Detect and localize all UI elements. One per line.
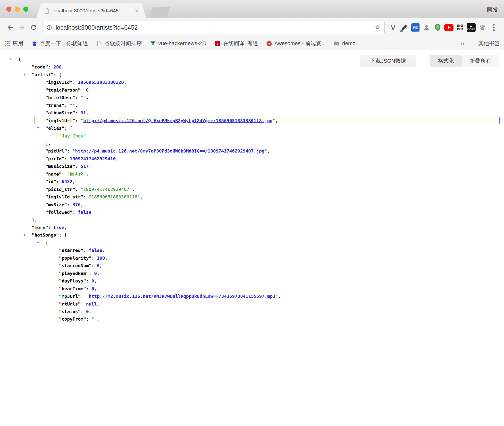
json-line: "status": 0, — [0, 308, 504, 315]
qr-code-icon[interactable] — [454, 22, 466, 33]
json-line: "topicPerson": 0, — [0, 86, 504, 94]
json-line: "mvSize": 376, — [0, 201, 504, 208]
json-line: "img1v1Id_str": "18569651883380118", — [0, 193, 504, 201]
bookmarks-overflow-chevron[interactable]: » — [461, 40, 464, 47]
collapse-toggle-icon[interactable]: ▼ — [37, 239, 39, 247]
v-extension-icon[interactable]: V — [387, 22, 399, 33]
music-player-icon[interactable]: ▶PLAYER — [466, 22, 477, 33]
json-url-link[interactable]: http://m2.music.126.net/RMJR7wDullRqppBk… — [89, 294, 276, 299]
json-line: "mp3Url": "http://m2.music.126.net/RMJR7… — [0, 292, 504, 300]
user-silhouette-icon[interactable] — [421, 22, 432, 33]
json-line: ▼"hotSongs": [ — [0, 231, 504, 239]
json-line: "rtUrls": null, — [0, 300, 504, 308]
collapse-toggle-icon[interactable]: ▼ — [24, 71, 25, 78]
page-favicon-icon — [44, 8, 50, 14]
json-line: "img1v1Url": "http://p4.music.126.net/Q_… — [34, 117, 500, 124]
youtube-icon[interactable] — [443, 22, 454, 33]
site-info-icon[interactable] — [46, 25, 52, 30]
json-line: "trans": "", — [0, 102, 504, 109]
reload-button[interactable] — [28, 22, 39, 33]
json-line: ▼{ — [0, 56, 504, 63]
bookmark-item[interactable]: 应用 — [4, 40, 23, 47]
json-line: "picId": 19097417462929410, — [0, 155, 504, 162]
json-line: "albumSize": 31, — [0, 109, 504, 117]
vue-logo-icon — [150, 41, 156, 46]
url-text: localhost:3000/artists?id=6452 — [56, 24, 375, 31]
toolbar: localhost:3000/artists?id=6452 VenFE▶PLA… — [0, 18, 504, 37]
json-line: ], — [0, 140, 504, 147]
tab-close-icon[interactable]: × — [135, 8, 139, 14]
apps-grid-icon — [4, 41, 10, 46]
json-line: ▼"artist": { — [0, 71, 504, 78]
json-line: "Jay Chou" — [0, 132, 504, 140]
json-line: "img1v1Id": 18569651883380120, — [0, 78, 504, 86]
bookmark-item[interactable]: 百度一下，你就知道 — [32, 40, 88, 47]
document-icon — [96, 41, 102, 46]
json-line: "hearTime": 0, — [0, 285, 504, 292]
page-content: 下载JSON数据 格式化 折叠所有 ▼{"code": 200,▼"artist… — [0, 50, 504, 426]
bookmark-star-icon[interactable] — [375, 25, 380, 30]
bookmark-item[interactable]: AAwesomes - 前端资... — [266, 40, 326, 47]
json-line: "id": 6452, — [0, 178, 504, 185]
json-url-link[interactable]: http://p4.music.126.net/Q_ExePNkmgB2yWyL… — [83, 118, 273, 123]
json-url-link[interactable]: http://p4.music.126.net/8mv7qP30Pd3oHW8b… — [75, 148, 265, 153]
collapse-toggle-icon[interactable]: ▼ — [37, 124, 39, 132]
profile-name: 阿发 — [487, 6, 498, 14]
awesomes-icon: A — [266, 41, 272, 46]
close-window-button[interactable] — [6, 7, 11, 12]
back-button[interactable] — [4, 22, 16, 33]
json-viewer: ▼{"code": 200,▼"artist": {"img1v1Id": 18… — [0, 50, 504, 323]
minimize-window-button[interactable] — [15, 7, 20, 12]
bookmark-item[interactable]: y在线翻译_有道 — [215, 40, 258, 47]
bookmark-item[interactable]: 谷歌按时间排序 — [96, 40, 142, 47]
json-line: ▼{ — [0, 239, 504, 247]
json-line: "picUrl": "http://p4.music.126.net/8mv7q… — [0, 147, 504, 155]
collapse-toggle-icon[interactable]: ▼ — [24, 231, 25, 239]
bookmark-label: demo — [342, 40, 355, 47]
new-tab-button[interactable] — [149, 7, 170, 18]
tab-title: localhost:3000/artists?id=645 — [52, 8, 134, 14]
json-line: "dayPlays": 0, — [0, 277, 504, 285]
json-line: "code": 200, — [0, 63, 504, 71]
traffic-lights — [6, 7, 28, 12]
collapse-toggle-icon[interactable]: ▼ — [10, 56, 12, 63]
bookmark-label: Awesomes - 前端资... — [274, 40, 326, 47]
json-line: "playedNum": 0, — [0, 270, 504, 277]
bookmark-label: 百度一下，你就知道 — [40, 40, 88, 47]
bookmarks-list: 应用百度一下，你就知道谷歌按时间排序vue-hackernews-2.0y在线翻… — [4, 40, 364, 47]
browser-window: localhost:3000/artists?id=645 × 阿发 local… — [0, 0, 504, 426]
json-line: ▼"alias": [ — [0, 124, 504, 132]
bookmark-label: 谷歌按时间排序 — [104, 40, 142, 47]
bookmark-label: vue-hackernews-2.0 — [158, 40, 206, 47]
folder-icon — [470, 41, 476, 46]
json-line: "picId_str": "19097417462929407", — [0, 186, 504, 193]
bookmarks-bar: 应用百度一下，你就知道谷歌按时间排序vue-hackernews-2.0y在线翻… — [0, 37, 504, 50]
json-line: "briefDesc": "", — [0, 94, 504, 101]
json-line: "starred": false, — [0, 247, 504, 254]
bookmark-item[interactable]: demo — [334, 40, 355, 47]
titlebar: localhost:3000/artists?id=645 × 阿发 — [0, 0, 504, 18]
browser-tab[interactable]: localhost:3000/artists?id=645 × — [36, 3, 146, 18]
json-line: "more": true, — [0, 224, 504, 231]
json-line: "starredNum": 0, — [0, 262, 504, 269]
paw-print-icon[interactable] — [477, 22, 488, 33]
json-line: "musicSize": 517, — [0, 162, 504, 170]
other-bookmarks-folder[interactable]: 其他书签 — [470, 40, 500, 47]
json-line: "followed": false — [0, 208, 504, 216]
browser-menu-icon[interactable] — [488, 22, 500, 33]
extensions-row: VenFE▶PLAYER — [387, 22, 488, 33]
fe-badge-icon[interactable]: FE — [410, 22, 421, 33]
address-bar[interactable]: localhost:3000/artists?id=6452 — [42, 21, 385, 34]
baidu-paw-icon — [32, 41, 37, 46]
bookmark-item[interactable]: vue-hackernews-2.0 — [150, 40, 206, 47]
youdao-icon: y — [215, 41, 220, 46]
json-line: "copyFrom": "", — [0, 315, 504, 323]
translate-pen-icon[interactable]: en — [399, 22, 410, 33]
zoom-window-button[interactable] — [23, 7, 28, 12]
folder-icon — [334, 41, 340, 46]
json-line: "name": "周杰伦", — [0, 170, 504, 178]
forward-button[interactable] — [16, 22, 28, 33]
green-shield-icon[interactable] — [432, 22, 443, 33]
other-bookmarks-label: 其他书签 — [478, 40, 500, 47]
bookmarks-bar-right: » 其他书签 — [461, 40, 500, 47]
